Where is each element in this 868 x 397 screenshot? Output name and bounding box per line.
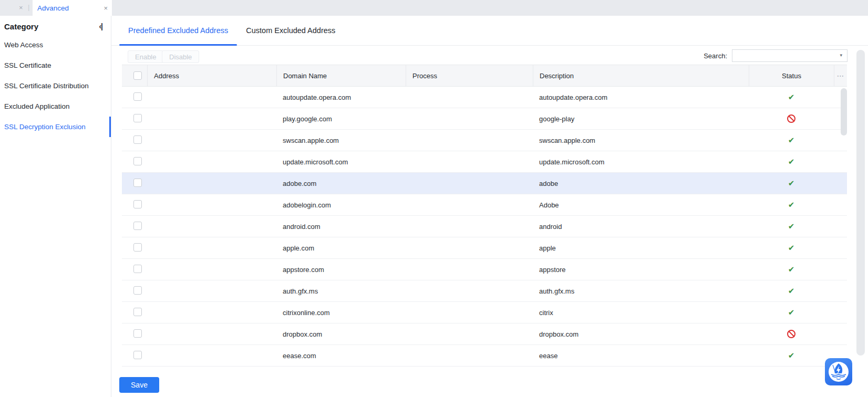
cell-description: Adobe bbox=[533, 201, 749, 209]
column-header-address[interactable]: Address bbox=[147, 65, 276, 86]
column-settings-icon[interactable]: ⋯ bbox=[837, 71, 845, 80]
status-enabled-icon: ✔ bbox=[788, 180, 795, 187]
cell-status bbox=[749, 114, 834, 123]
vendor-logo[interactable] bbox=[825, 358, 852, 385]
cell-description: swscan.apple.com bbox=[533, 137, 749, 144]
table-row[interactable]: autoupdate.opera.com autoupdate.opera.co… bbox=[122, 87, 847, 108]
sidebar-item-web-access[interactable]: Web Access bbox=[0, 35, 111, 55]
row-checkbox[interactable] bbox=[133, 157, 142, 165]
status-enabled-icon: ✔ bbox=[788, 244, 795, 252]
cell-status: ✔ bbox=[749, 287, 834, 295]
row-checkbox[interactable] bbox=[133, 308, 142, 316]
search-label: Search: bbox=[704, 52, 727, 60]
cell-domain-name: android.com bbox=[276, 223, 406, 231]
status-enabled-icon: ✔ bbox=[788, 137, 795, 144]
search-input[interactable] bbox=[732, 50, 847, 61]
row-checkbox[interactable] bbox=[133, 222, 142, 230]
row-checkbox[interactable] bbox=[133, 265, 142, 273]
category-sidebar: Category ‹| Web Access SSL Certificate S… bbox=[0, 16, 111, 397]
cell-status: ✔ bbox=[749, 93, 834, 101]
cell-domain-name: apple.com bbox=[276, 244, 406, 252]
sidebar-item-excluded-application[interactable]: Excluded Application bbox=[0, 96, 111, 117]
cell-description: eease bbox=[533, 352, 749, 360]
cell-status: ✔ bbox=[749, 266, 834, 274]
cell-status: ✔ bbox=[749, 180, 834, 187]
status-enabled-icon: ✔ bbox=[788, 352, 795, 360]
sidebar-collapse-icon[interactable]: ‹| bbox=[99, 22, 102, 30]
row-checkbox[interactable] bbox=[133, 200, 142, 208]
row-checkbox[interactable] bbox=[133, 243, 142, 252]
hidden-tab-close-icon[interactable]: × bbox=[19, 4, 23, 12]
cell-description: update.microsoft.com bbox=[533, 158, 749, 166]
cell-status: ✔ bbox=[749, 352, 834, 360]
status-enabled-icon: ✔ bbox=[788, 201, 795, 209]
table-scrollbar-thumb[interactable] bbox=[841, 88, 847, 135]
cell-domain-name: dropbox.com bbox=[276, 330, 406, 338]
tab-close-icon[interactable]: × bbox=[104, 4, 108, 12]
sailboat-logo-icon bbox=[828, 361, 849, 382]
cell-domain-name: eease.com bbox=[276, 352, 406, 360]
table-row[interactable]: update.microsoft.com update.microsoft.co… bbox=[122, 151, 847, 173]
table-row[interactable]: apple.com apple ✔ bbox=[122, 237, 847, 259]
status-enabled-icon: ✔ bbox=[788, 266, 795, 274]
row-checkbox[interactable] bbox=[133, 114, 142, 122]
cell-status: ✔ bbox=[749, 201, 834, 209]
column-header-domain-name[interactable]: Domain Name bbox=[276, 65, 406, 86]
tab-predefined-excluded-address[interactable]: Predefined Excluded Address bbox=[119, 16, 237, 45]
status-enabled-icon: ✔ bbox=[788, 287, 795, 295]
sidebar-item-ssl-decryption-exclusion[interactable]: SSL Decryption Exclusion bbox=[0, 117, 111, 137]
enable-button[interactable]: Enable bbox=[128, 50, 163, 63]
sidebar-item-ssl-certificate-distribution[interactable]: SSL Certificate Distribution bbox=[0, 76, 111, 96]
table-row[interactable]: eease.com eease ✔ bbox=[122, 345, 847, 367]
tab-custom-excluded-address[interactable]: Custom Excluded Address bbox=[237, 16, 344, 45]
column-header-process[interactable]: Process bbox=[406, 65, 533, 86]
tab-advanced[interactable]: Advanced × bbox=[33, 0, 112, 16]
disable-button[interactable]: Disable bbox=[162, 50, 199, 63]
status-enabled-icon: ✔ bbox=[788, 158, 795, 166]
table-row[interactable]: citrixonline.com citrix ✔ bbox=[122, 302, 847, 323]
select-all-checkbox[interactable] bbox=[133, 71, 142, 80]
table-row[interactable]: play.google.com google-play bbox=[122, 108, 847, 130]
main-content: Predefined Excluded Address Custom Exclu… bbox=[111, 16, 868, 397]
cell-status: ✔ bbox=[749, 244, 834, 252]
cell-domain-name: citrixonline.com bbox=[276, 309, 406, 317]
row-checkbox[interactable] bbox=[133, 329, 142, 338]
cell-description: appstore bbox=[533, 266, 749, 274]
cell-description: auth.gfx.ms bbox=[533, 287, 749, 295]
cell-status: ✔ bbox=[749, 309, 834, 317]
page-scrollbar-thumb[interactable] bbox=[856, 50, 865, 356]
cell-description: android bbox=[533, 223, 749, 231]
table-row[interactable]: auth.gfx.ms auth.gfx.ms ✔ bbox=[122, 280, 847, 302]
table-row[interactable]: android.com android ✔ bbox=[122, 216, 847, 237]
row-checkbox[interactable] bbox=[133, 92, 142, 101]
cell-domain-name: adobelogin.com bbox=[276, 201, 406, 209]
table-row[interactable]: swscan.apple.com swscan.apple.com ✔ bbox=[122, 130, 847, 151]
status-disabled-icon bbox=[787, 330, 795, 338]
row-checkbox[interactable] bbox=[133, 286, 142, 295]
cell-status bbox=[749, 330, 834, 338]
sidebar-title: Category bbox=[4, 22, 38, 31]
window-tab-bar: × | Advanced × bbox=[0, 0, 868, 16]
table-row[interactable]: adobelogin.com Adobe ✔ bbox=[122, 194, 847, 216]
row-checkbox[interactable] bbox=[133, 179, 142, 187]
table-row[interactable]: adobe.com adobe ✔ bbox=[122, 173, 847, 194]
row-checkbox[interactable] bbox=[133, 351, 142, 359]
column-header-status[interactable]: Status bbox=[749, 65, 834, 86]
column-header-description[interactable]: Description bbox=[533, 65, 749, 86]
table-body: autoupdate.opera.com autoupdate.opera.co… bbox=[122, 87, 847, 367]
table-row[interactable]: dropbox.com dropbox.com bbox=[122, 323, 847, 345]
status-enabled-icon: ✔ bbox=[788, 309, 795, 317]
row-checkbox[interactable] bbox=[133, 135, 142, 144]
sidebar-item-ssl-certificate[interactable]: SSL Certificate bbox=[0, 55, 111, 76]
table-row[interactable]: appstore.com appstore ✔ bbox=[122, 259, 847, 280]
cell-domain-name: auth.gfx.ms bbox=[276, 287, 406, 295]
tab-separator: | bbox=[28, 3, 29, 11]
status-disabled-icon bbox=[787, 114, 795, 123]
table-header: Address Domain Name Process Description … bbox=[122, 65, 847, 87]
cell-status: ✔ bbox=[749, 158, 834, 166]
cell-status: ✔ bbox=[749, 223, 834, 231]
cell-status: ✔ bbox=[749, 137, 834, 144]
save-button[interactable]: Save bbox=[119, 377, 159, 393]
cell-description: apple bbox=[533, 244, 749, 252]
cell-domain-name: play.google.com bbox=[276, 115, 406, 123]
